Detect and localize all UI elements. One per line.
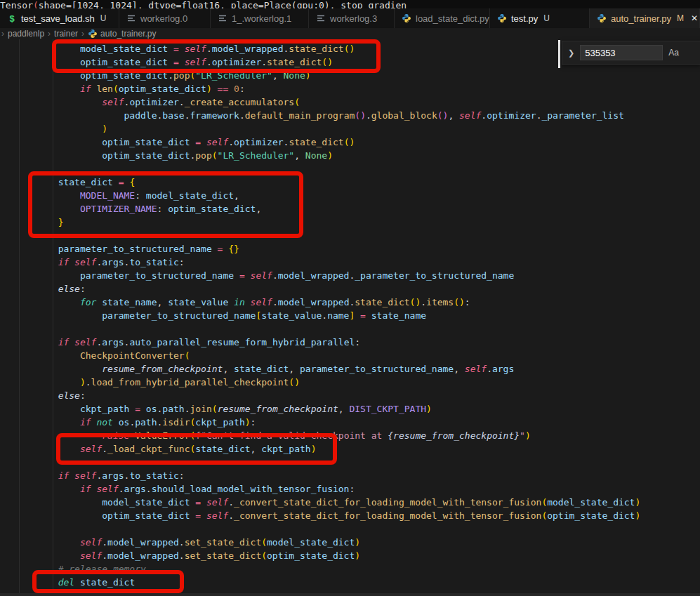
code-line: self.model_wrapped.set_state_dict(model_… bbox=[14, 536, 700, 549]
terminal-overflow-text: Tensor(shape=[1024, 1024], dtype=float16… bbox=[0, 0, 700, 8]
code-line bbox=[14, 162, 700, 176]
tab-label: 1_.workerlog.1 bbox=[232, 13, 291, 24]
code-line: if self.args.to_static: bbox=[14, 256, 700, 269]
tab-label: test_save_load.sh bbox=[21, 13, 95, 24]
breadcrumb-item-auto_trainer-py[interactable]: auto_trainer.py bbox=[88, 29, 156, 39]
code-line: } bbox=[14, 216, 700, 229]
code-line: if self.args.auto_parallel_resume_form_h… bbox=[14, 336, 700, 349]
code-line: optim_state_dict.pop("LR_Scheduler", Non… bbox=[14, 149, 700, 162]
tab-workerlog-3[interactable]: workerlog.3 bbox=[309, 8, 395, 28]
indent-guide bbox=[19, 39, 20, 596]
code-line: ckpt_path = os.path.join(resume_from_che… bbox=[14, 402, 700, 416]
code-line: MODEL_NAME: model_state_dict, bbox=[14, 189, 700, 202]
chevron-right-icon: › bbox=[81, 29, 84, 39]
code-line: raise ValueError(f"Can't find a valid ch… bbox=[14, 429, 700, 442]
code-line bbox=[14, 322, 700, 336]
tab-test_save_load-sh[interactable]: $test_save_load.shU bbox=[0, 8, 119, 28]
code-line: parameter_to_structured_name[state_value… bbox=[14, 309, 700, 322]
code-line: CheckpointConverter( bbox=[14, 349, 700, 362]
find-widget: ❯ Aa bbox=[562, 41, 700, 65]
python-file-icon bbox=[402, 13, 411, 23]
find-input[interactable] bbox=[580, 45, 663, 60]
breadcrumb: ›paddlenlp›trainer›auto_trainer.py bbox=[0, 28, 700, 39]
tab-label: workerlog.0 bbox=[140, 13, 187, 24]
tab-load_state_dict-py[interactable]: load_state_dict.py bbox=[395, 8, 490, 28]
chevron-right-icon: › bbox=[1, 29, 4, 39]
code-line: resume_from_checkpoint, state_dict, para… bbox=[14, 362, 700, 376]
code-line: parameter_to_structured_name = {} bbox=[14, 242, 700, 256]
code-line bbox=[14, 522, 700, 536]
breadcrumb-item-trainer[interactable]: trainer bbox=[54, 29, 78, 39]
python-file-icon bbox=[497, 13, 507, 23]
code-line: else: bbox=[14, 282, 700, 296]
code-line: for state_name, state_value in self.mode… bbox=[14, 296, 700, 309]
chevron-right-icon: › bbox=[48, 29, 51, 39]
code-line: if self.args.to_static: bbox=[14, 469, 700, 482]
python-file-icon bbox=[597, 13, 607, 23]
code-line: del state_dict bbox=[14, 576, 700, 589]
code-line: OPTIMIZER_NAME: optim_state_dict, bbox=[14, 202, 700, 216]
code-editor[interactable]: model_state_dict = self.model_wrapped.st… bbox=[0, 39, 700, 596]
log-file-icon bbox=[218, 13, 227, 23]
editor-tab-bar: $test_save_load.shUworkerlog.01_.workerl… bbox=[0, 8, 700, 28]
tab-label: test.py bbox=[511, 13, 538, 24]
code-line: ).load_from_hybrid_parallel_checkpoint() bbox=[14, 376, 700, 389]
code-line: ) bbox=[14, 122, 700, 135]
vscode-window: Tensor(shape=[1024, 1024], dtype=float16… bbox=[0, 0, 700, 596]
code-line: optim_state_dict.pop("LR_Scheduler", Non… bbox=[14, 69, 700, 82]
code-line: state_dict = { bbox=[14, 176, 700, 189]
match-case-button[interactable]: Aa bbox=[668, 48, 679, 58]
breadcrumb-item-paddlenlp[interactable]: paddlenlp bbox=[8, 29, 44, 39]
git-status-badge: U bbox=[100, 13, 107, 23]
close-icon[interactable]: ✕ bbox=[691, 13, 698, 23]
code-line: paddle.base.framework.default_main_progr… bbox=[14, 109, 700, 122]
tab-label: workerlog.3 bbox=[330, 13, 377, 24]
code-line: self.optimizer._create_accumulators( bbox=[14, 95, 700, 109]
log-file-icon bbox=[316, 13, 326, 23]
shell-file-icon: $ bbox=[7, 13, 17, 23]
find-toggle-chevron-icon[interactable]: ❯ bbox=[568, 48, 574, 58]
code-lines[interactable]: model_state_dict = self.model_wrapped.st… bbox=[0, 39, 700, 589]
git-status-badge: U bbox=[543, 13, 550, 23]
code-line: if not os.path.isdir(ckpt_path): bbox=[14, 416, 700, 429]
tab-test-py[interactable]: test.pyU bbox=[490, 8, 590, 28]
code-line bbox=[14, 456, 700, 469]
code-line: parameter_to_structured_name = self.mode… bbox=[14, 269, 700, 282]
code-line: model_state_dict = self._convert_state_d… bbox=[14, 496, 700, 509]
code-line: if len(optim_state_dict) == 0: bbox=[14, 82, 700, 95]
panel-divider bbox=[0, 593, 700, 596]
log-file-icon bbox=[126, 13, 136, 23]
code-line: else: bbox=[14, 389, 700, 402]
find-widget-sash[interactable] bbox=[558, 40, 560, 68]
tab-workerlog-0[interactable]: workerlog.0 bbox=[119, 8, 211, 28]
indent-guide bbox=[53, 39, 53, 596]
code-line: optim_state_dict = self._convert_state_d… bbox=[14, 509, 700, 522]
tab-1_-workerlog-1[interactable]: 1_.workerlog.1 bbox=[211, 8, 309, 28]
breadcrumb-label: auto_trainer.py bbox=[100, 29, 156, 39]
code-line: if self.args.should_load_model_with_tens… bbox=[14, 482, 700, 496]
git-status-badge: M bbox=[677, 13, 684, 23]
code-line: self.model_wrapped.set_state_dict(optim_… bbox=[14, 549, 700, 562]
tab-auto_trainer-py[interactable]: auto_trainer.pyM✕ bbox=[590, 8, 700, 28]
breadcrumb-label: paddlenlp bbox=[8, 29, 44, 39]
code-line: self._load_ckpt_func(state_dict, ckpt_pa… bbox=[14, 442, 700, 456]
code-line bbox=[14, 229, 700, 242]
code-line: optim_state_dict = self.optimizer.state_… bbox=[14, 135, 700, 149]
python-file-icon bbox=[88, 29, 98, 39]
breadcrumb-label: trainer bbox=[54, 29, 78, 39]
code-line: # release memory bbox=[14, 562, 700, 576]
tab-label: load_state_dict.py bbox=[416, 13, 489, 24]
terminal-overflow-strip: Tensor(shape=[1024, 1024], dtype=float16… bbox=[0, 0, 700, 8]
tab-label: auto_trainer.py bbox=[611, 13, 671, 24]
